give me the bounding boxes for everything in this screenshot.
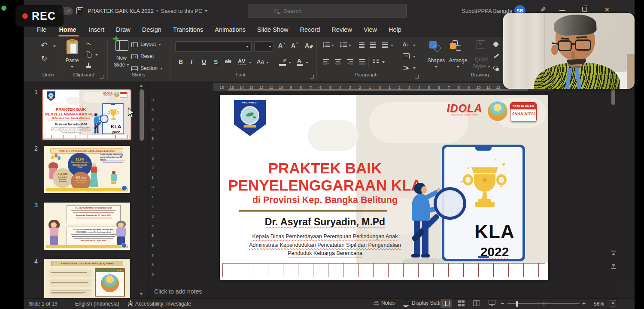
reading-view-button[interactable] <box>473 300 480 306</box>
tab-animations[interactable]: Animations <box>215 26 246 33</box>
undo-dropdown-icon[interactable] <box>53 45 56 47</box>
justify-button[interactable] <box>359 59 365 64</box>
previous-slide-button[interactable] <box>611 251 617 258</box>
clear-formatting-button[interactable]: A <box>305 42 313 49</box>
zoom-level[interactable]: 56% <box>594 301 604 307</box>
next-slide-button[interactable] <box>611 264 617 270</box>
zoom-slider-thumb[interactable] <box>516 301 518 307</box>
grow-font-button[interactable]: A <box>278 42 286 49</box>
underline-button[interactable]: U <box>202 58 206 65</box>
paragraph-dialog-launcher[interactable] <box>415 75 419 79</box>
clipboard-dialog-launcher[interactable] <box>100 75 103 79</box>
scroll-down-icon[interactable] <box>140 293 143 295</box>
account-name[interactable]: SubditPPPA Bangda <box>462 8 512 14</box>
minimize-button[interactable] <box>559 10 565 11</box>
arrange-button[interactable]: Arrange <box>447 39 469 73</box>
slide-canvas[interactable]: PROPINSI IDOLA INDONESIA LAYAK ANAK SEMU… <box>220 95 548 280</box>
reset-button[interactable]: Reset <box>131 53 154 60</box>
cut-button[interactable]: ✂ <box>86 40 91 47</box>
thumbnail-slide-4[interactable]: KABUPATEN/KOTA LAYAK ANAK (KLA) Adalah <box>44 259 130 298</box>
quick-styles-button[interactable]: ✎ Quick Styles <box>471 39 492 73</box>
zoom-in-button[interactable]: + <box>582 300 586 307</box>
zoom-slider-track[interactable] <box>507 303 580 304</box>
new-slide-button[interactable]: New Slide <box>110 39 133 73</box>
tab-transitions[interactable]: Transitions <box>173 26 203 33</box>
text-shadow-button[interactable]: S <box>214 58 218 65</box>
slideshow-view-button[interactable] <box>489 300 495 306</box>
fit-slide-button[interactable] <box>610 300 616 306</box>
thumbnail-scrollbar[interactable] <box>139 82 145 298</box>
shape-outline-button[interactable] <box>493 53 500 59</box>
search-input[interactable] <box>283 7 377 15</box>
paste-button[interactable]: Paste <box>63 39 82 70</box>
normal-view-button[interactable] <box>440 299 452 308</box>
copy-button[interactable] <box>86 52 92 58</box>
tab-help[interactable]: Help <box>389 26 401 33</box>
zoom-out-button[interactable]: − <box>501 300 504 307</box>
kla-text[interactable]: KLA <box>109 124 124 129</box>
kla-text[interactable]: KLA <box>467 221 522 242</box>
format-painter-button[interactable] <box>86 63 92 69</box>
shape-fill-button[interactable] <box>493 41 500 47</box>
language-indicator[interactable]: English (Indonesia) <box>75 301 119 307</box>
section-button[interactable]: Section <box>131 65 163 72</box>
tab-slideshow[interactable]: Slide Show <box>257 26 289 33</box>
layout-button[interactable]: Layout <box>131 41 161 48</box>
slide-sorter-view-button[interactable] <box>458 300 465 306</box>
tab-design[interactable]: Design <box>142 26 161 33</box>
main-scrollbar[interactable] <box>610 83 617 283</box>
main-scroll-thumb[interactable] <box>611 89 615 105</box>
tab-draw[interactable]: Draw <box>116 26 131 33</box>
slide-indicator[interactable]: Slide 1 of 19 <box>29 301 58 307</box>
strikethrough-button[interactable]: ab <box>225 58 231 64</box>
kla-year[interactable]: 2022 <box>109 130 124 134</box>
align-center-button[interactable] <box>335 59 341 64</box>
highlight-color-button[interactable]: ✎ <box>279 58 287 65</box>
author-role[interactable]: Kepala Dinas Pemberdayaan Perempuan Perl… <box>43 127 99 133</box>
font-dialog-launcher[interactable] <box>310 75 314 79</box>
thumbnail-scroll-thumb[interactable] <box>140 89 144 141</box>
font-size-combo[interactable] <box>254 41 274 52</box>
tab-view[interactable]: View <box>364 26 377 33</box>
document-title[interactable]: PRAKTEK BAIK KLA 2022 • Saved to this PC <box>88 8 207 14</box>
undo-button[interactable]: ↶ <box>41 40 48 50</box>
line-spacing-button[interactable] <box>382 42 388 48</box>
slide-canvas[interactable]: PROPINSI IDOLA INDONESIA LAYAK ANAK SEMU… <box>43 90 130 139</box>
author-role[interactable]: Kepala Dinas Pemberdayaan Perempuan Perl… <box>220 233 430 258</box>
notes-bar[interactable]: Click to add notes <box>149 284 617 298</box>
increase-indent-button[interactable] <box>370 42 376 48</box>
font-name-combo[interactable] <box>175 41 252 52</box>
thumbnail-slide-3[interactable]: UU 23/2002 tentang Perlindungan Anak Per… <box>44 203 130 250</box>
tab-insert[interactable]: Insert <box>89 26 104 33</box>
kla-year[interactable]: 2022 <box>467 245 522 259</box>
bold-button[interactable]: B <box>179 58 183 65</box>
text-direction-button[interactable]: A↓ <box>403 42 409 48</box>
slide-title[interactable]: PRAKTEK BAIK PENYELENGGARAAN KLA di Prov… <box>43 107 99 119</box>
bullets-button[interactable] <box>323 42 330 48</box>
thumbnail-slide-2[interactable]: POTRET PENDUDUK BANGKA BELITUNG 32,9% Pe… <box>44 146 130 193</box>
character-spacing-button[interactable]: AV <box>238 58 246 65</box>
tab-record[interactable]: Record <box>300 26 320 33</box>
numbering-button[interactable] <box>340 42 347 48</box>
decrease-indent-button[interactable] <box>359 42 365 48</box>
notes-toggle-button[interactable]: Notes <box>374 300 395 306</box>
copy-dropdown-icon[interactable] <box>95 54 98 56</box>
tab-file[interactable]: File <box>36 26 46 33</box>
shrink-font-button[interactable]: A <box>291 42 299 49</box>
thumbnail-slide-1[interactable]: PROPINSI IDOLA INDONESIA LAYAK ANAK SEMU… <box>43 90 131 139</box>
author-name[interactable]: Dr. Asyraf Suryadin, M.Pd <box>220 216 430 228</box>
shape-effects-button[interactable] <box>493 65 500 71</box>
save-icon[interactable] <box>76 7 83 14</box>
scroll-up-icon[interactable] <box>140 85 143 87</box>
search-box[interactable] <box>248 4 407 18</box>
columns-button[interactable] <box>373 59 380 64</box>
align-left-button[interactable] <box>323 59 329 64</box>
align-right-button[interactable] <box>347 59 353 64</box>
align-text-button[interactable] <box>403 53 410 59</box>
convert-smartart-button[interactable] <box>403 65 410 71</box>
slide-title[interactable]: PRAKTEK BAIK PENYELENGGARAAN KLA di Prov… <box>220 160 430 206</box>
restore-button[interactable] <box>582 7 587 12</box>
font-color-button[interactable]: A <box>297 58 301 64</box>
change-case-button[interactable]: Aa <box>257 58 264 65</box>
accessibility-status[interactable]: Accessibility: Investigate <box>135 301 191 307</box>
